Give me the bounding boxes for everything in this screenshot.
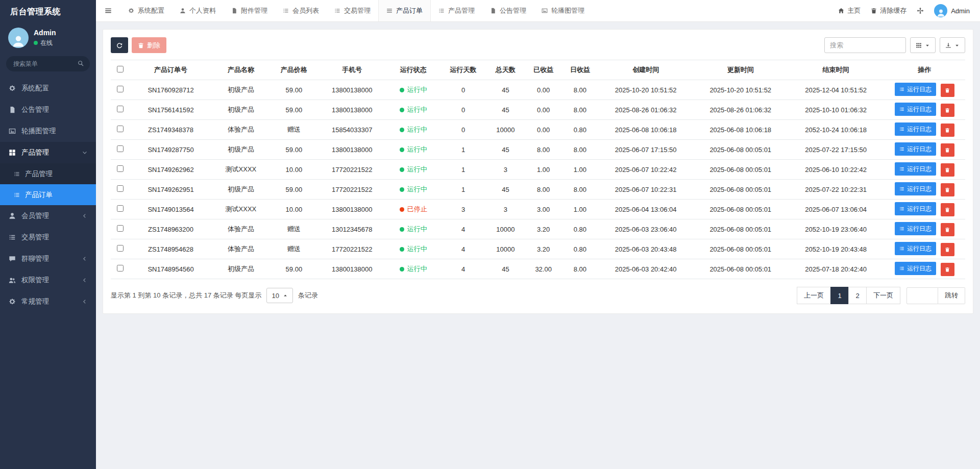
tab-member-list[interactable]: 会员列表 bbox=[275, 0, 327, 21]
cell-updated: 2025-06-08 10:06:18 bbox=[693, 120, 788, 140]
sidebar-item-product-management[interactable]: 产品管理 bbox=[0, 142, 96, 163]
sidebar-subitem-product-orders[interactable]: 产品订单 bbox=[0, 184, 96, 205]
row-checkbox[interactable] bbox=[117, 126, 124, 132]
sidebar-toggle-button[interactable] bbox=[96, 0, 120, 21]
jump-button[interactable]: 跳转 bbox=[938, 287, 965, 304]
run-log-button[interactable]: 运行日志 bbox=[895, 122, 936, 136]
select-all-header bbox=[111, 60, 130, 80]
tab-carousel[interactable]: 轮播图管理 bbox=[534, 0, 592, 21]
sidebar-item-carousel[interactable]: 轮播图管理 bbox=[0, 120, 96, 142]
tab-system-config[interactable]: 系统配置 bbox=[120, 0, 172, 21]
cell-run-days: 1 bbox=[440, 140, 486, 160]
trash-icon bbox=[945, 247, 950, 252]
row-delete-button[interactable] bbox=[941, 223, 954, 236]
run-log-button[interactable]: 运行日志 bbox=[895, 202, 936, 215]
run-log-button[interactable]: 运行日志 bbox=[895, 162, 936, 176]
cell-total-days: 45 bbox=[486, 140, 525, 160]
sidebar-item-transactions[interactable]: 交易管理 bbox=[0, 227, 96, 248]
row-delete-button[interactable] bbox=[941, 163, 954, 177]
avatar bbox=[934, 4, 947, 17]
tab-transactions[interactable]: 交易管理 bbox=[327, 0, 378, 21]
row-checkbox[interactable] bbox=[117, 205, 124, 212]
cell-actions: 运行日志 bbox=[884, 80, 965, 100]
status-dot-icon bbox=[400, 88, 404, 92]
content: 删除 产品订单号 产品名称 产品价格 手 bbox=[96, 22, 980, 469]
trash-icon bbox=[945, 207, 950, 212]
clear-cache-button[interactable]: 清除缓存 bbox=[871, 6, 906, 15]
row-checkbox[interactable] bbox=[117, 86, 124, 92]
sidebar-subitem-product-management[interactable]: 产品管理 bbox=[0, 163, 96, 184]
delete-button[interactable]: 删除 bbox=[132, 37, 166, 53]
row-delete-button[interactable] bbox=[941, 143, 954, 157]
cell-run-days: 0 bbox=[440, 80, 486, 100]
cell-total-days: 45 bbox=[486, 80, 525, 100]
prev-page-button[interactable]: 上一页 bbox=[797, 287, 831, 304]
refresh-button[interactable] bbox=[111, 37, 128, 53]
cell-total-days: 3 bbox=[486, 200, 525, 219]
row-delete-button[interactable] bbox=[941, 104, 954, 117]
row-delete-button[interactable] bbox=[941, 124, 954, 137]
table-row: SN1749262962 测试XXXX 10.00 17720221522 运行… bbox=[111, 160, 965, 180]
jump-page-input[interactable] bbox=[906, 287, 938, 304]
table-search-input[interactable] bbox=[824, 37, 906, 53]
tab-product-management[interactable]: 产品管理 bbox=[431, 0, 482, 21]
sidebar-item-permissions[interactable]: 权限管理 bbox=[0, 269, 96, 291]
select-all-checkbox[interactable] bbox=[117, 66, 124, 72]
run-log-button[interactable]: 运行日志 bbox=[895, 242, 936, 255]
row-checkbox[interactable] bbox=[117, 265, 124, 271]
cell-end-time: 2025-06-10 10:22:42 bbox=[788, 160, 884, 180]
cell-earned: 3.20 bbox=[525, 219, 562, 239]
page-size-dropdown[interactable]: 10 bbox=[266, 288, 292, 303]
row-checkbox[interactable] bbox=[117, 245, 124, 252]
row-delete-button[interactable] bbox=[941, 203, 954, 216]
run-log-button[interactable]: 运行日志 bbox=[895, 182, 936, 195]
status-label: 运行中 bbox=[407, 165, 427, 174]
sidebar-profile[interactable]: Admin 在线 bbox=[0, 23, 96, 55]
run-log-button[interactable]: 运行日志 bbox=[895, 83, 936, 96]
run-log-button[interactable]: 运行日志 bbox=[895, 103, 936, 116]
sidebar-item-group-chat[interactable]: 群聊管理 bbox=[0, 248, 96, 269]
sidebar-item-general[interactable]: 常规管理 bbox=[0, 291, 96, 312]
run-log-button[interactable]: 运行日志 bbox=[895, 222, 936, 235]
user-menu[interactable]: Admin bbox=[934, 4, 970, 17]
cell-end-time: 2052-10-19 23:06:40 bbox=[788, 219, 884, 239]
tab-product-orders[interactable]: 产品订单 bbox=[378, 0, 431, 21]
columns-dropdown-button[interactable] bbox=[910, 37, 936, 53]
sidebar-item-announcements[interactable]: 公告管理 bbox=[0, 99, 96, 120]
trash-icon bbox=[138, 42, 144, 48]
row-checkbox[interactable] bbox=[117, 185, 124, 192]
row-delete-button[interactable] bbox=[941, 263, 954, 276]
row-checkbox[interactable] bbox=[117, 225, 124, 232]
row-checkbox[interactable] bbox=[117, 145, 124, 152]
page-button-1[interactable]: 1 bbox=[830, 287, 849, 304]
row-checkbox-cell bbox=[111, 80, 130, 100]
sidebar-item-system-config[interactable]: 系统配置 bbox=[0, 78, 96, 99]
row-checkbox[interactable] bbox=[117, 106, 124, 112]
cell-order-no: SN1760928712 bbox=[130, 80, 212, 100]
cell-end-time: 2025-10-10 01:06:32 bbox=[788, 100, 884, 120]
run-log-button[interactable]: 运行日志 bbox=[895, 262, 936, 275]
search-icon bbox=[78, 60, 84, 68]
row-delete-button[interactable] bbox=[941, 243, 954, 256]
row-delete-button[interactable] bbox=[941, 183, 954, 196]
sidebar-item-members[interactable]: 会员管理 bbox=[0, 205, 96, 227]
cell-status: 运行中 bbox=[386, 120, 440, 140]
cell-actions: 运行日志 bbox=[884, 180, 965, 200]
status-label: 运行中 bbox=[407, 225, 427, 234]
home-link[interactable]: 主页 bbox=[838, 6, 861, 15]
row-checkbox[interactable] bbox=[117, 165, 124, 172]
next-page-button[interactable]: 下一页 bbox=[866, 287, 900, 304]
cell-status: 运行中 bbox=[386, 239, 440, 259]
table-toolbar: 删除 bbox=[111, 37, 965, 53]
tab-profile[interactable]: 个人资料 bbox=[172, 0, 224, 21]
col-product-name: 产品名称 bbox=[212, 60, 270, 80]
list-icon bbox=[899, 206, 904, 211]
fullscreen-button[interactable] bbox=[917, 7, 924, 14]
tab-announcements[interactable]: 公告管理 bbox=[482, 0, 534, 21]
export-dropdown-button[interactable] bbox=[940, 37, 965, 53]
cell-price: 59.00 bbox=[270, 140, 318, 160]
run-log-button[interactable]: 运行日志 bbox=[895, 142, 936, 156]
row-delete-button[interactable] bbox=[941, 84, 954, 97]
tab-attachments[interactable]: 附件管理 bbox=[224, 0, 275, 21]
page-button-2[interactable]: 2 bbox=[848, 287, 867, 304]
